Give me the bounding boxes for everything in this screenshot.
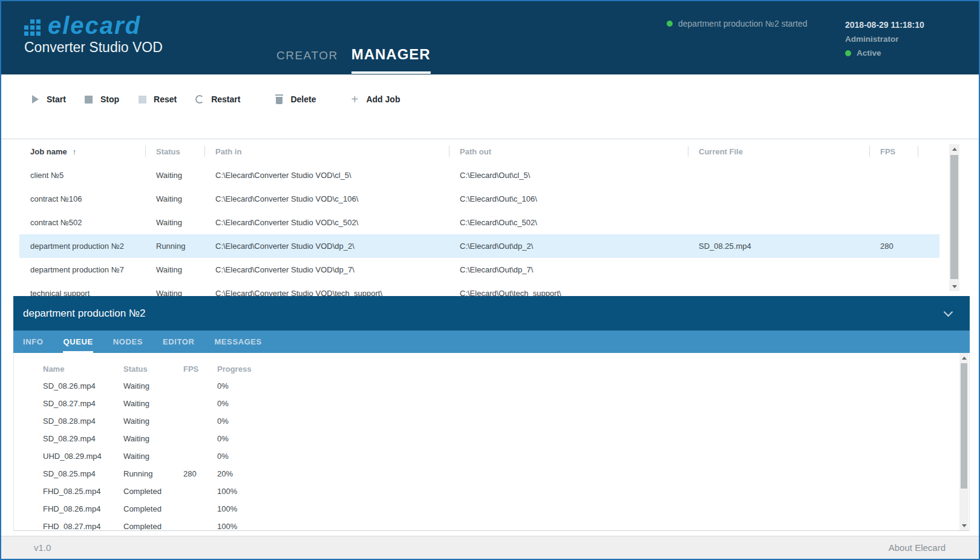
jobs-scrollbar[interactable] (949, 144, 959, 291)
queue-cell-status: Completed (123, 522, 183, 531)
queue-cell-status: Waiting (123, 399, 183, 408)
datetime: 2018-08-29 11:18:10 (845, 20, 924, 30)
job-row[interactable]: department production №7WaitingC:\Elecar… (19, 258, 939, 282)
column-header-path-out[interactable]: Path out (449, 139, 688, 163)
detail-panel-tabs: INFOQUEUENODESEDITORMESSAGES (13, 331, 970, 353)
queue-cell-status: Waiting (123, 452, 183, 461)
job-detail-panel: department production №2 INFOQUEUENODESE… (13, 296, 970, 533)
connection-state-label: Active (857, 48, 881, 58)
queue-cell-status: Waiting (123, 417, 183, 426)
queue-table-body: SD_08.26.mp4Waiting0%SD_08.27.mp4Waiting… (14, 377, 969, 531)
column-header-fps[interactable]: FPS (869, 139, 918, 163)
jobs-table-body: client №5WaitingC:\Elecard\Converter Stu… (19, 163, 939, 297)
queue-row[interactable]: SD_08.25.mp4Running28020% (14, 465, 969, 483)
queue-cell-progress: 0% (217, 452, 302, 461)
job-row[interactable]: contract №502WaitingC:\Elecard\Converter… (19, 211, 939, 234)
job-cell-path_out: C:\Elecard\Out\c_106\ (449, 194, 688, 203)
job-row[interactable]: contract №106WaitingC:\Elecard\Converter… (19, 187, 939, 211)
job-cell-fps: 280 (869, 242, 918, 251)
about-elecard-link[interactable]: About Elecard (889, 542, 946, 553)
queue-cell-progress: 100% (217, 522, 302, 531)
restart-icon (195, 94, 204, 104)
job-cell-name: client №5 (19, 171, 145, 180)
queue-cell-name: FHD_08.25.mp4 (43, 487, 123, 496)
toolbar: Start Stop Reset Restart Delete + Add Jo… (1, 74, 979, 139)
jobs-table: Job name ↑ Status Path in Path out Curre… (1, 139, 979, 297)
detail-tab-info[interactable]: INFO (23, 331, 43, 353)
restart-button[interactable]: Restart (195, 90, 240, 108)
delete-button[interactable]: Delete (274, 90, 316, 108)
tab-manager[interactable]: MANAGER (351, 46, 431, 74)
job-cell-current_file: SD_08.25.mp4 (688, 242, 869, 251)
queue-column-status: Status (123, 364, 183, 374)
queue-cell-status: Waiting (123, 434, 183, 443)
add-job-button-label: Add Job (366, 94, 400, 104)
queue-cell-name: SD_08.25.mp4 (43, 469, 123, 478)
play-icon (30, 94, 40, 104)
app-header: elecard Converter Studio VOD CREATOR MAN… (1, 1, 979, 74)
reset-button[interactable]: Reset (137, 90, 177, 108)
header-status-message: department production №2 started (667, 19, 807, 28)
detail-tab-nodes[interactable]: NODES (113, 331, 143, 353)
queue-row[interactable]: SD_08.29.mp4Waiting0% (14, 430, 969, 447)
active-green-dot-icon (845, 50, 851, 56)
elecard-logo-icon (24, 19, 41, 36)
queue-row[interactable]: FHD_08.25.mp4Completed100% (14, 483, 969, 500)
job-cell-status: Waiting (145, 265, 204, 274)
queue-cell-name: SD_08.27.mp4 (43, 399, 123, 408)
queue-cell-name: UHD_08.29.mp4 (43, 452, 123, 461)
queue-cell-name: FHD_08.26.mp4 (43, 504, 123, 513)
scroll-down-icon[interactable] (949, 282, 959, 291)
stop-icon (84, 94, 94, 104)
queue-column-progress: Progress (217, 364, 302, 374)
job-row[interactable]: client №5WaitingC:\Elecard\Converter Stu… (19, 163, 939, 187)
trash-icon (274, 94, 284, 104)
connection-state: Active (845, 48, 924, 58)
queue-cell-name: SD_08.26.mp4 (43, 381, 123, 390)
queue-scrollbar-thumb[interactable] (961, 363, 967, 489)
queue-row[interactable]: UHD_08.29.mp4Waiting0% (14, 447, 969, 465)
job-row[interactable]: technical supportWaitingC:\Elecard\Conve… (19, 282, 939, 297)
queue-cell-progress: 100% (217, 487, 302, 496)
detail-tab-messages[interactable]: MESSAGES (214, 331, 261, 353)
queue-row[interactable]: SD_08.28.mp4Waiting0% (14, 412, 969, 430)
detail-tab-editor[interactable]: EDITOR (163, 331, 194, 353)
detail-tab-queue[interactable]: QUEUE (63, 331, 93, 353)
detail-panel-title: department production №2 (23, 308, 146, 320)
job-cell-name: contract №502 (19, 218, 145, 227)
status-message-text: department production №2 started (678, 19, 807, 28)
plus-icon: + (350, 94, 359, 104)
queue-cell-status: Waiting (123, 381, 183, 390)
tab-creator[interactable]: CREATOR (276, 49, 338, 74)
jobs-scrollbar-thumb[interactable] (950, 155, 958, 279)
queue-scrollbar[interactable] (959, 353, 969, 530)
queue-row[interactable]: SD_08.26.mp4Waiting0% (14, 377, 969, 395)
job-row[interactable]: department production №2RunningC:\Elecar… (19, 234, 939, 258)
scroll-up-icon[interactable] (949, 144, 959, 154)
scroll-down-icon[interactable] (959, 521, 969, 530)
queue-row[interactable]: SD_08.27.mp4Waiting0% (14, 395, 969, 412)
add-job-button[interactable]: + Add Job (350, 90, 400, 108)
brand: elecard Converter Studio VOD (24, 13, 163, 56)
job-cell-path_in: C:\Elecard\Converter Studio VOD\c_106\ (204, 194, 449, 203)
queue-cell-name: SD_08.28.mp4 (43, 417, 123, 426)
column-header-job-name[interactable]: Job name ↑ (19, 139, 145, 163)
header-meta: 2018-08-29 11:18:10 Administrator Active (845, 20, 924, 58)
column-header-path-in[interactable]: Path in (204, 139, 449, 163)
start-button[interactable]: Start (30, 90, 66, 108)
job-cell-status: Waiting (145, 218, 204, 227)
job-cell-path_in: C:\Elecard\Converter Studio VOD\dp_7\ (204, 265, 449, 274)
column-header-status[interactable]: Status (145, 139, 204, 163)
queue-row[interactable]: FHD_08.27.mp4Completed100% (14, 518, 969, 531)
job-cell-path_in: C:\Elecard\Converter Studio VOD\cl_5\ (204, 171, 449, 180)
column-header-current-file[interactable]: Current File (688, 139, 869, 163)
username: Administrator (845, 35, 924, 44)
scroll-up-icon[interactable] (959, 353, 969, 363)
stop-button-label: Stop (100, 94, 119, 104)
collapse-chevron-down-icon[interactable] (944, 308, 953, 317)
stop-button[interactable]: Stop (84, 90, 119, 108)
queue-row[interactable]: FHD_08.26.mp4Completed100% (14, 500, 969, 518)
restart-button-label: Restart (211, 94, 240, 104)
job-cell-path_out: C:\Elecard\Out\c_502\ (449, 218, 688, 227)
queue-cell-fps: 280 (183, 469, 217, 478)
